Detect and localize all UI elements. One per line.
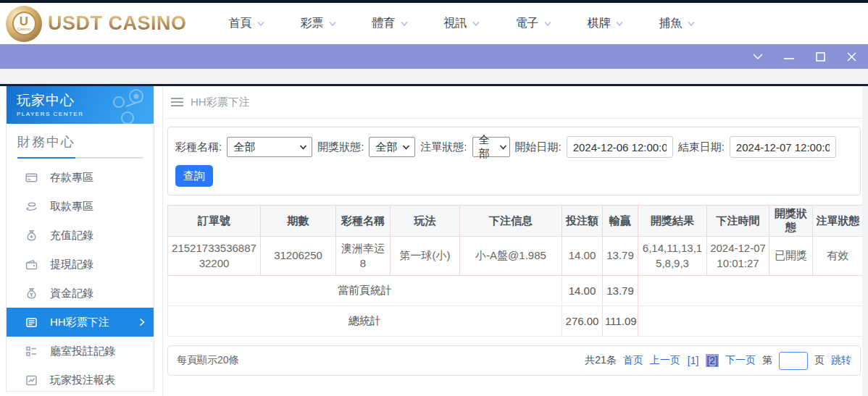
cell-draw-result: 6,14,11,13,15,8,9,3 [638, 237, 707, 276]
next-page-link[interactable]: 下一页 [725, 354, 756, 367]
cell-lottery-name: 澳洲幸运8 [336, 237, 391, 276]
lottery-name-label: 彩種名稱: [175, 140, 222, 154]
sidebar-item-room-bet-records[interactable]: 廳室投註記錄 [7, 337, 154, 366]
jump-page-input[interactable] [779, 352, 808, 370]
sidebar-item-deposit-zone[interactable]: 存款專區 [7, 163, 154, 192]
nav-item-cards[interactable]: 棋牌 [588, 16, 624, 31]
sidebar-item-label: 存款專區 [50, 171, 93, 185]
sidebar-item-label: 資金記錄 [50, 287, 93, 300]
sidebar-item-player-bet-report[interactable]: 玩家投注報表 [7, 366, 154, 395]
top-navbar: U Casino USDT CASINO 首頁 彩票 體育 視訊 電子 棋牌 [0, 3, 868, 44]
nav-item-slots[interactable]: 電子 [516, 16, 552, 31]
col-period: 期數 [261, 206, 336, 237]
nav-label: 電子 [516, 16, 539, 31]
cell-period: 31206250 [261, 237, 336, 276]
filter-row: 彩種名稱: 全部 開獎狀態: 全部 注單狀態: 全部 開始日期: 結束日期: [175, 136, 853, 158]
prev-page-link[interactable]: 上一页 [650, 354, 680, 367]
nav-item-live[interactable]: 視訊 [444, 16, 480, 31]
pagination-controls: 共21条 首页 上一页 [1] [2] 下一页 第 页 跳转 [585, 352, 851, 370]
breadcrumb: HH彩票下注 [166, 86, 862, 119]
col-play-type: 玩法 [391, 206, 460, 237]
window-dropdown-button[interactable] [750, 49, 766, 64]
logo-letter: U [20, 16, 28, 27]
sidebar-item-label: 取款專區 [50, 200, 93, 214]
nav-item-sports[interactable]: 體育 [372, 16, 409, 31]
window-minimize-button[interactable] [781, 49, 797, 64]
page-total-bet: 14.00 [562, 276, 603, 306]
chevron-right-icon [139, 316, 145, 329]
nav-item-lottery[interactable]: 彩票 [301, 16, 337, 31]
sidebar-section-title: 財務中心 [17, 133, 143, 151]
window-title-bar [0, 44, 868, 69]
grand-total-winloss: 111.09 [603, 306, 638, 337]
page-title: HH彩票下注 [191, 96, 250, 109]
main-nav: 首頁 彩票 體育 視訊 電子 棋牌 捕魚 [229, 16, 696, 31]
jump-button[interactable]: 跳转 [831, 354, 851, 367]
select-value: 全部 [233, 140, 255, 154]
col-winloss: 輸贏 [603, 206, 638, 237]
chevron-down-icon [752, 53, 764, 60]
window-maximize-button[interactable] [812, 49, 828, 64]
credit-card-icon [25, 172, 38, 184]
nav-label: 體育 [372, 16, 396, 31]
chevron-down-icon [543, 21, 552, 27]
cell-order-status: 有效 [813, 237, 864, 276]
start-date-label: 開始日期: [515, 140, 562, 154]
hamburger-icon[interactable] [171, 98, 183, 106]
query-button[interactable]: 查詢 [175, 165, 213, 187]
chevron-down-icon [328, 21, 337, 27]
col-draw-result: 開獎結果 [638, 206, 707, 237]
window-close-button[interactable] [843, 49, 859, 64]
order-status-select[interactable]: 全部 [472, 137, 510, 157]
close-icon [847, 52, 856, 62]
sidebar-item-label: 充值記錄 [50, 229, 93, 243]
jump-prefix-label: 第 [762, 354, 772, 367]
chevron-down-icon [472, 21, 480, 27]
grand-total-bet: 276.00 [562, 306, 603, 337]
start-date-input[interactable] [567, 136, 673, 158]
sidebar-menu: 存款專區 取款專區 充值記錄 提現記錄 [7, 163, 154, 395]
sidebar-item-withdrawal-records[interactable]: 提現記錄 [7, 250, 154, 279]
sidebar-item-withdraw-zone[interactable]: 取款專區 [7, 192, 154, 221]
first-page-link[interactable]: 首页 [623, 354, 643, 367]
chevron-down-icon [499, 145, 506, 150]
chevron-down-icon [400, 21, 409, 27]
gamepad-icon [99, 89, 149, 124]
cell-play-type: 第一球(小) [391, 237, 460, 276]
main-panel: HH彩票下注 彩種名稱: 全部 開獎狀態: 全部 注單狀態: 全部 [162, 86, 868, 396]
col-bet-info: 下注信息 [460, 206, 562, 237]
sidebar-item-recharge-records[interactable]: 充值記錄 [7, 221, 154, 250]
sidebar-item-hh-lottery-bets[interactable]: HH彩票下注 [7, 308, 154, 337]
jump-suffix-label: 页 [814, 354, 825, 367]
page-1-link[interactable]: [1] [687, 354, 700, 367]
nav-label: 視訊 [444, 16, 467, 31]
vertical-scrollbar[interactable] [862, 86, 868, 396]
chevron-down-icon [299, 145, 307, 150]
lottery-name-select[interactable]: 全部 [227, 137, 312, 157]
page-total-winloss: 13.79 [603, 276, 638, 306]
page-total-row: 當前頁統計 14.00 13.79 [168, 276, 864, 306]
brand-logo[interactable]: U Casino USDT CASINO [6, 6, 187, 42]
brand-name: USDT CASINO [48, 12, 187, 35]
maximize-icon [816, 52, 825, 62]
sidebar-header: 玩家中心 PLAYERS CENTER [7, 86, 154, 124]
funds-bag-icon [25, 287, 38, 300]
chevron-down-icon [402, 145, 410, 150]
nav-item-home[interactable]: 首頁 [229, 16, 265, 31]
total-count-text: 共21条 [585, 354, 617, 367]
page-size-text: 每頁顯示20條 [177, 354, 239, 367]
col-draw-status: 開獎狀態 [769, 206, 813, 237]
chevron-down-icon [687, 21, 696, 27]
cell-bet-info: 小-A盤@1.985 [460, 237, 562, 276]
select-value: 全部 [479, 133, 500, 161]
logo-small-text: Casino [17, 27, 31, 31]
end-date-input[interactable] [730, 136, 836, 158]
nav-item-fishing[interactable]: 捕魚 [659, 16, 696, 31]
bet-list-icon [25, 316, 38, 329]
table-row: 2152173353688732200 31206250 澳洲幸运8 第一球(小… [168, 237, 864, 276]
page-2-current[interactable]: [2] [706, 354, 719, 367]
sidebar-item-label: 玩家投注報表 [50, 374, 115, 387]
cell-bet-amount: 14.00 [562, 237, 603, 276]
draw-status-select[interactable]: 全部 [369, 137, 415, 157]
sidebar-item-funds-records[interactable]: 資金記錄 [7, 279, 154, 308]
